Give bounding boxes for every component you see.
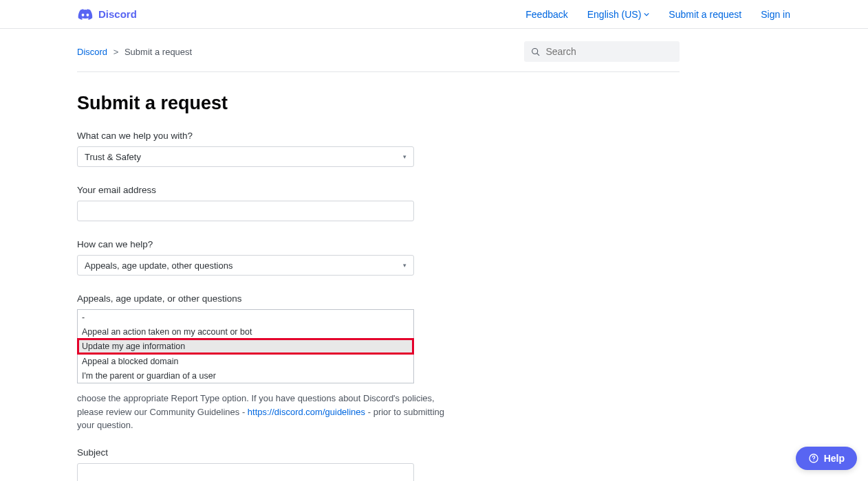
help-with-value: Trust & Safety [85,152,141,162]
search-box[interactable] [524,41,680,62]
nav-language[interactable]: English (US) [587,9,650,20]
appeals-option-3[interactable]: Appeal a blocked domain [78,354,413,368]
breadcrumb-separator: > [113,47,119,57]
appeals-option-4[interactable]: I'm the parent or guardian of a user [78,368,413,383]
nav-language-label: English (US) [587,9,642,20]
appeals-option-2[interactable]: Update my age information [77,338,414,355]
help-with-label: What can we help you with? [77,131,414,141]
svg-point-0 [532,48,538,54]
nav-signin[interactable]: Sign in [761,9,790,20]
search-input[interactable] [545,46,673,57]
page-title: Submit a request [77,93,680,114]
breadcrumb-root[interactable]: Discord [77,47,107,57]
subject-label: Subject [77,447,414,458]
help-button[interactable]: Help [796,447,857,470]
subject-field[interactable] [77,463,414,482]
chevron-down-icon [644,12,649,17]
caret-down-icon: ▾ [403,262,406,269]
guidelines-link[interactable]: https://discord.com/guidelines [248,407,365,417]
breadcrumb: Discord > Submit a request [77,47,192,57]
appeals-option-1[interactable]: Appeal an action taken on my account or … [78,324,413,339]
svg-point-3 [813,460,814,461]
caret-down-icon: ▾ [403,153,406,160]
nav-submit-request[interactable]: Submit a request [669,9,741,20]
search-icon [531,47,540,57]
svg-line-1 [537,53,539,55]
discord-logo[interactable]: Discord [78,8,137,20]
nav-feedback[interactable]: Feedback [525,9,567,20]
email-label: Your email address [77,185,414,195]
how-help-value: Appeals, age update, other questions [85,260,232,271]
help-with-select[interactable]: Trust & Safety ▾ [77,146,414,167]
appeals-option-0[interactable]: - [78,310,413,324]
help-paragraph: choose the appropriate Report Type optio… [77,392,462,432]
discord-icon [78,9,93,20]
email-field[interactable] [77,201,414,221]
help-icon [808,453,819,464]
how-help-label: How can we help? [77,239,414,249]
brand-text: Discord [98,8,137,20]
appeals-label: Appeals, age update, or other questions [77,293,414,304]
appeals-dropdown[interactable]: - Appeal an action taken on my account o… [77,309,414,383]
how-help-select[interactable]: Appeals, age update, other questions ▾ [77,255,414,276]
help-button-label: Help [824,453,845,464]
breadcrumb-current: Submit a request [124,47,192,57]
